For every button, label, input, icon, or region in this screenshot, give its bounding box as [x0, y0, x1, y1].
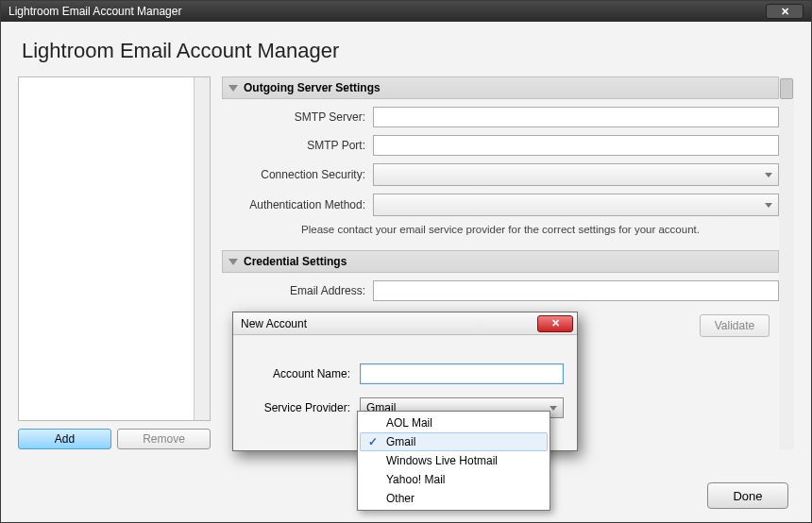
modal-title: New Account — [241, 317, 307, 330]
provider-label: Service Provider: — [246, 401, 360, 414]
option-label: Gmail — [386, 435, 415, 448]
auth-select[interactable] — [373, 194, 779, 216]
account-name-input[interactable] — [360, 363, 564, 384]
outgoing-section-header[interactable]: Outgoing Server Settings — [222, 76, 779, 99]
credentials-section-header[interactable]: Credential Settings — [222, 250, 779, 273]
provider-option-aol[interactable]: AOL Mail — [360, 413, 548, 432]
smtp-port-label: SMTP Port: — [222, 139, 373, 152]
email-input[interactable] — [373, 280, 779, 301]
add-button[interactable]: Add — [18, 429, 111, 449]
credentials-form: Email Address: — [222, 280, 779, 301]
provider-dropdown[interactable]: AOL Mail ✓ Gmail Windows Live Hotmail Ya… — [357, 411, 550, 511]
provider-option-yahoo[interactable]: Yahoo! Mail — [360, 470, 548, 489]
security-select[interactable] — [373, 163, 779, 186]
left-column: Add Remove — [18, 76, 211, 449]
option-label: AOL Mail — [386, 416, 432, 430]
right-scrollbar[interactable] — [779, 76, 794, 449]
page-title: Lightroom Email Account Manager — [22, 39, 794, 63]
option-label: Windows Live Hotmail — [386, 454, 498, 467]
option-label: Yahoo! Mail — [386, 473, 445, 486]
chevron-down-icon — [765, 203, 772, 208]
outgoing-form: SMTP Server: SMTP Port: Connection Secur… — [222, 107, 779, 216]
smtp-server-label: SMTP Server: — [222, 110, 373, 124]
provider-option-gmail[interactable]: ✓ Gmail — [360, 432, 548, 451]
account-list[interactable] — [18, 76, 211, 421]
smtp-port-input[interactable] — [373, 135, 779, 156]
window-title: Lightroom Email Account Manager — [8, 5, 181, 18]
disclosure-triangle-icon — [228, 259, 238, 265]
security-label: Connection Security: — [222, 168, 373, 181]
disclosure-triangle-icon — [228, 85, 238, 92]
option-label: Other — [386, 492, 414, 505]
titlebar[interactable]: Lightroom Email Account Manager ✕ — [1, 1, 811, 22]
provider-option-hotmail[interactable]: Windows Live Hotmail — [360, 451, 548, 470]
modal-titlebar[interactable]: New Account ✕ — [233, 312, 577, 335]
validate-button[interactable]: Validate — [700, 314, 770, 337]
chevron-down-icon — [765, 173, 772, 177]
smtp-server-input[interactable] — [373, 107, 779, 127]
credentials-section-title: Credential Settings — [244, 255, 347, 268]
list-scrollbar-thumb[interactable] — [195, 79, 209, 100]
remove-button[interactable]: Remove — [117, 429, 211, 449]
outgoing-help-text: Please contact your email service provid… — [222, 224, 779, 235]
auth-label: Authentication Method: — [222, 198, 373, 211]
chevron-down-icon — [550, 406, 557, 411]
footer: Done — [707, 482, 788, 509]
check-icon: ✓ — [368, 435, 378, 448]
email-label: Email Address: — [222, 284, 373, 297]
window-close-button[interactable]: ✕ — [766, 4, 804, 19]
right-scrollbar-thumb[interactable] — [780, 78, 793, 99]
close-icon: ✕ — [781, 6, 789, 18]
left-buttons: Add Remove — [18, 429, 211, 449]
provider-option-other[interactable]: Other — [360, 489, 548, 508]
modal-close-button[interactable]: ✕ — [537, 315, 573, 332]
account-name-label: Account Name: — [246, 367, 360, 380]
outgoing-section-title: Outgoing Server Settings — [244, 81, 381, 94]
done-button[interactable]: Done — [707, 482, 788, 509]
close-icon: ✕ — [551, 317, 560, 329]
